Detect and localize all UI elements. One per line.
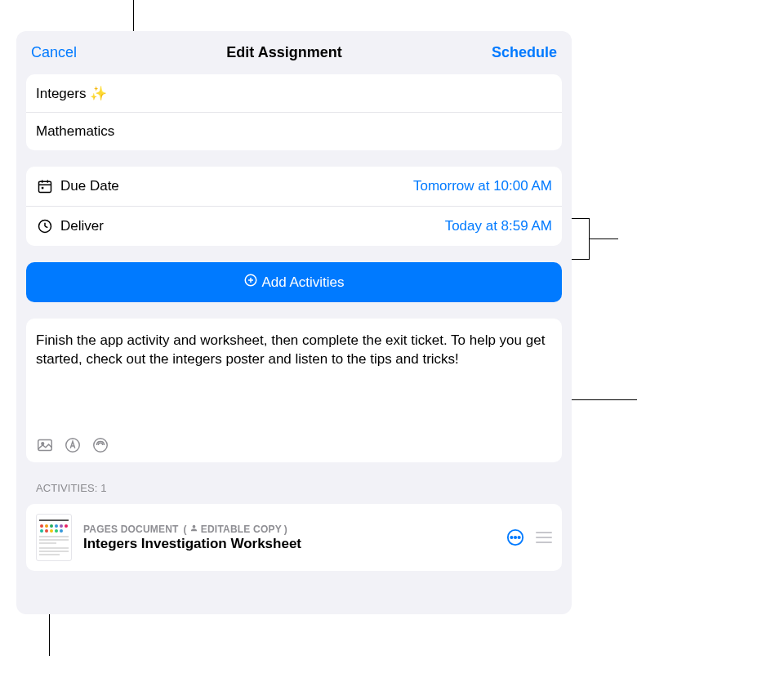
callout-line-dates [590,239,618,239]
plus-circle-icon [243,273,258,292]
svg-point-15 [192,524,195,528]
svg-rect-0 [39,181,51,192]
due-date-label: Due Date [60,178,119,194]
person-icon [189,524,198,535]
assignment-title-input[interactable] [36,85,552,101]
title-section [26,74,562,150]
attachment-toolbar [36,436,552,454]
callout-line-dates [572,218,590,219]
title-row[interactable] [26,74,562,113]
activity-title: Integers Investigation Worksheet [83,536,495,552]
calendar-icon [36,177,54,195]
editable-copy-badge: ( EDITABLE COPY ) [184,524,287,535]
cancel-button[interactable]: Cancel [31,44,77,61]
activities-header: ACTIVITIES: 1 [36,482,552,494]
activity-type-label: PAGES DOCUMENT [83,524,179,535]
modal-title: Edit Assignment [226,44,341,61]
activity-info: PAGES DOCUMENT ( EDITABLE COPY ) Integer… [83,524,495,552]
svg-point-19 [518,537,519,538]
audio-icon[interactable] [91,436,109,454]
due-date-value[interactable]: Tomorrow at 10:00 AM [413,178,552,194]
markup-icon[interactable] [64,436,82,454]
instructions-section: Finish the app activity and worksheet, t… [26,319,562,462]
activity-thumbnail [36,514,72,561]
modal-header: Cancel Edit Assignment Schedule [16,31,572,74]
deliver-value[interactable]: Today at 8:59 AM [445,218,552,234]
more-icon[interactable] [506,528,524,546]
callout-line-dates [572,259,590,260]
svg-line-7 [45,226,47,228]
clock-icon [36,217,54,235]
deliver-label: Deliver [60,218,104,234]
photo-icon[interactable] [36,436,54,454]
assignment-subject-input[interactable] [36,123,552,140]
editable-copy-label: EDITABLE COPY [201,524,282,535]
instructions-textarea[interactable]: Finish the app activity and worksheet, t… [36,332,552,421]
deliver-row[interactable]: Deliver Today at 8:59 AM [26,207,562,246]
svg-point-14 [94,439,108,452]
edit-assignment-modal: Cancel Edit Assignment Schedule [16,31,572,614]
svg-point-17 [510,537,512,538]
svg-point-18 [514,537,516,538]
activity-card[interactable]: PAGES DOCUMENT ( EDITABLE COPY ) Integer… [26,504,562,571]
subject-row[interactable] [26,113,562,150]
activity-meta: PAGES DOCUMENT ( EDITABLE COPY ) [83,524,495,535]
reorder-icon[interactable] [536,532,552,543]
due-date-row[interactable]: Due Date Tomorrow at 10:00 AM [26,167,562,207]
add-activities-button[interactable]: Add Activities [26,262,562,302]
add-activities-label: Add Activities [261,274,344,291]
schedule-button[interactable]: Schedule [492,44,557,61]
svg-rect-4 [42,187,44,189]
dates-section: Due Date Tomorrow at 10:00 AM Deliver To… [26,167,562,246]
activity-actions [506,528,552,546]
